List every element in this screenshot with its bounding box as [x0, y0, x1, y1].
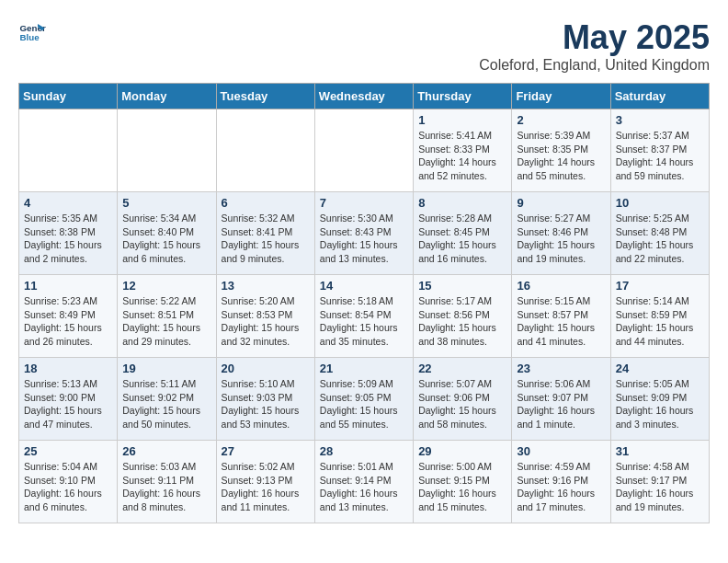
- day-number: 29: [418, 444, 506, 458]
- calendar-cell: 8Sunrise: 5:28 AM Sunset: 8:45 PM Daylig…: [414, 192, 512, 275]
- day-number: 23: [517, 362, 605, 375]
- calendar-cell: 18Sunrise: 5:13 AM Sunset: 9:00 PM Dayli…: [19, 358, 118, 441]
- day-info: Sunrise: 5:39 AM Sunset: 8:35 PM Dayligh…: [517, 129, 605, 183]
- header-wednesday: Wednesday: [314, 84, 413, 109]
- day-number: 15: [418, 279, 506, 293]
- header-monday: Monday: [118, 84, 216, 109]
- day-info: Sunrise: 5:11 AM Sunset: 9:02 PM Dayligh…: [122, 377, 210, 431]
- calendar-cell: 7Sunrise: 5:30 AM Sunset: 8:43 PM Daylig…: [314, 192, 413, 275]
- day-info: Sunrise: 5:17 AM Sunset: 8:56 PM Dayligh…: [418, 294, 506, 349]
- calendar-cell: 2Sunrise: 5:39 AM Sunset: 8:35 PM Daylig…: [512, 109, 610, 192]
- day-number: 20: [222, 362, 310, 375]
- day-number: 28: [320, 444, 408, 458]
- calendar-cell: 30Sunrise: 4:59 AM Sunset: 9:16 PM Dayli…: [512, 441, 610, 523]
- day-info: Sunrise: 5:25 AM Sunset: 8:48 PM Dayligh…: [616, 212, 704, 266]
- day-number: 18: [24, 362, 112, 375]
- calendar-cell: 13Sunrise: 5:20 AM Sunset: 8:53 PM Dayli…: [216, 275, 314, 358]
- logo: General Blue: [18, 18, 46, 46]
- day-number: 25: [24, 444, 112, 458]
- day-info: Sunrise: 5:06 AM Sunset: 9:07 PM Dayligh…: [517, 377, 605, 431]
- calendar-cell: 17Sunrise: 5:14 AM Sunset: 8:59 PM Dayli…: [610, 275, 709, 358]
- calendar-cell: 6Sunrise: 5:32 AM Sunset: 8:41 PM Daylig…: [216, 192, 314, 275]
- calendar-cell: 31Sunrise: 4:58 AM Sunset: 9:17 PM Dayli…: [610, 441, 709, 523]
- calendar-cell: 27Sunrise: 5:02 AM Sunset: 9:13 PM Dayli…: [216, 441, 314, 523]
- calendar-cell: 21Sunrise: 5:09 AM Sunset: 9:05 PM Dayli…: [314, 358, 413, 441]
- day-info: Sunrise: 4:59 AM Sunset: 9:16 PM Dayligh…: [517, 460, 605, 514]
- day-number: 4: [24, 196, 112, 210]
- calendar-cell: 4Sunrise: 5:35 AM Sunset: 8:38 PM Daylig…: [19, 192, 118, 275]
- calendar-cell: 5Sunrise: 5:34 AM Sunset: 8:40 PM Daylig…: [118, 192, 216, 275]
- calendar-week-row: 25Sunrise: 5:04 AM Sunset: 9:10 PM Dayli…: [19, 441, 710, 523]
- day-info: Sunrise: 5:30 AM Sunset: 8:43 PM Dayligh…: [320, 212, 408, 266]
- header-thursday: Thursday: [414, 84, 512, 109]
- title-block: May 2025 Coleford, England, United Kingd…: [479, 18, 710, 74]
- calendar-cell: 19Sunrise: 5:11 AM Sunset: 9:02 PM Dayli…: [118, 358, 216, 441]
- day-number: 14: [320, 279, 408, 293]
- day-number: 7: [320, 196, 408, 210]
- day-info: Sunrise: 5:03 AM Sunset: 9:11 PM Dayligh…: [122, 460, 210, 514]
- calendar-cell: 9Sunrise: 5:27 AM Sunset: 8:46 PM Daylig…: [512, 192, 610, 275]
- calendar-cell: 15Sunrise: 5:17 AM Sunset: 8:56 PM Dayli…: [414, 275, 512, 358]
- day-info: Sunrise: 5:10 AM Sunset: 9:03 PM Dayligh…: [222, 377, 310, 431]
- calendar-subtitle: Coleford, England, United Kingdom: [479, 57, 710, 74]
- svg-text:Blue: Blue: [20, 32, 40, 42]
- day-number: 10: [616, 196, 704, 210]
- day-info: Sunrise: 5:41 AM Sunset: 8:33 PM Dayligh…: [418, 129, 506, 183]
- calendar-table: Sunday Monday Tuesday Wednesday Thursday…: [18, 83, 710, 523]
- day-number: 2: [517, 113, 605, 127]
- day-info: Sunrise: 5:05 AM Sunset: 9:09 PM Dayligh…: [616, 377, 704, 431]
- calendar-cell: [118, 109, 216, 192]
- day-number: 9: [517, 196, 605, 210]
- day-info: Sunrise: 5:28 AM Sunset: 8:45 PM Dayligh…: [418, 212, 506, 266]
- day-number: 8: [418, 196, 506, 210]
- calendar-week-row: 1Sunrise: 5:41 AM Sunset: 8:33 PM Daylig…: [19, 109, 710, 192]
- calendar-cell: 25Sunrise: 5:04 AM Sunset: 9:10 PM Dayli…: [19, 441, 118, 523]
- day-info: Sunrise: 5:14 AM Sunset: 8:59 PM Dayligh…: [616, 294, 704, 349]
- day-info: Sunrise: 4:58 AM Sunset: 9:17 PM Dayligh…: [616, 460, 704, 514]
- header-tuesday: Tuesday: [216, 84, 314, 109]
- header-friday: Friday: [512, 84, 610, 109]
- calendar-cell: 14Sunrise: 5:18 AM Sunset: 8:54 PM Dayli…: [314, 275, 413, 358]
- header-saturday: Saturday: [610, 84, 709, 109]
- day-info: Sunrise: 5:23 AM Sunset: 8:49 PM Dayligh…: [24, 294, 112, 349]
- day-info: Sunrise: 5:01 AM Sunset: 9:14 PM Dayligh…: [320, 460, 408, 514]
- calendar-cell: 16Sunrise: 5:15 AM Sunset: 8:57 PM Dayli…: [512, 275, 610, 358]
- calendar-cell: 29Sunrise: 5:00 AM Sunset: 9:15 PM Dayli…: [414, 441, 512, 523]
- day-number: 1: [418, 113, 506, 127]
- calendar-cell: 24Sunrise: 5:05 AM Sunset: 9:09 PM Dayli…: [610, 358, 709, 441]
- day-info: Sunrise: 5:15 AM Sunset: 8:57 PM Dayligh…: [517, 294, 605, 349]
- day-number: 24: [616, 362, 704, 375]
- day-info: Sunrise: 5:37 AM Sunset: 8:37 PM Dayligh…: [616, 129, 704, 183]
- day-info: Sunrise: 5:34 AM Sunset: 8:40 PM Dayligh…: [122, 212, 210, 266]
- calendar-cell: 26Sunrise: 5:03 AM Sunset: 9:11 PM Dayli…: [118, 441, 216, 523]
- calendar-title: May 2025: [479, 18, 710, 57]
- calendar-cell: [314, 109, 413, 192]
- calendar-cell: [216, 109, 314, 192]
- logo-icon: General Blue: [18, 18, 46, 46]
- calendar-week-row: 11Sunrise: 5:23 AM Sunset: 8:49 PM Dayli…: [19, 275, 710, 358]
- day-number: 22: [418, 362, 506, 375]
- day-number: 19: [122, 362, 210, 375]
- day-info: Sunrise: 5:09 AM Sunset: 9:05 PM Dayligh…: [320, 377, 408, 431]
- day-number: 30: [517, 444, 605, 458]
- calendar-cell: 22Sunrise: 5:07 AM Sunset: 9:06 PM Dayli…: [414, 358, 512, 441]
- calendar-cell: 3Sunrise: 5:37 AM Sunset: 8:37 PM Daylig…: [610, 109, 709, 192]
- calendar-week-row: 4Sunrise: 5:35 AM Sunset: 8:38 PM Daylig…: [19, 192, 710, 275]
- day-info: Sunrise: 5:18 AM Sunset: 8:54 PM Dayligh…: [320, 294, 408, 349]
- calendar-cell: 10Sunrise: 5:25 AM Sunset: 8:48 PM Dayli…: [610, 192, 709, 275]
- day-number: 5: [122, 196, 210, 210]
- day-number: 16: [517, 279, 605, 293]
- day-number: 11: [24, 279, 112, 293]
- day-info: Sunrise: 5:00 AM Sunset: 9:15 PM Dayligh…: [418, 460, 506, 514]
- day-info: Sunrise: 5:35 AM Sunset: 8:38 PM Dayligh…: [24, 212, 112, 266]
- day-number: 26: [122, 444, 210, 458]
- day-number: 17: [616, 279, 704, 293]
- day-info: Sunrise: 5:27 AM Sunset: 8:46 PM Dayligh…: [517, 212, 605, 266]
- page-header: General Blue May 2025 Coleford, England,…: [18, 18, 710, 74]
- calendar-cell: 1Sunrise: 5:41 AM Sunset: 8:33 PM Daylig…: [414, 109, 512, 192]
- calendar-cell: [19, 109, 118, 192]
- day-info: Sunrise: 5:13 AM Sunset: 9:00 PM Dayligh…: [24, 377, 112, 431]
- day-number: 13: [222, 279, 310, 293]
- day-number: 12: [122, 279, 210, 293]
- header-sunday: Sunday: [19, 84, 118, 109]
